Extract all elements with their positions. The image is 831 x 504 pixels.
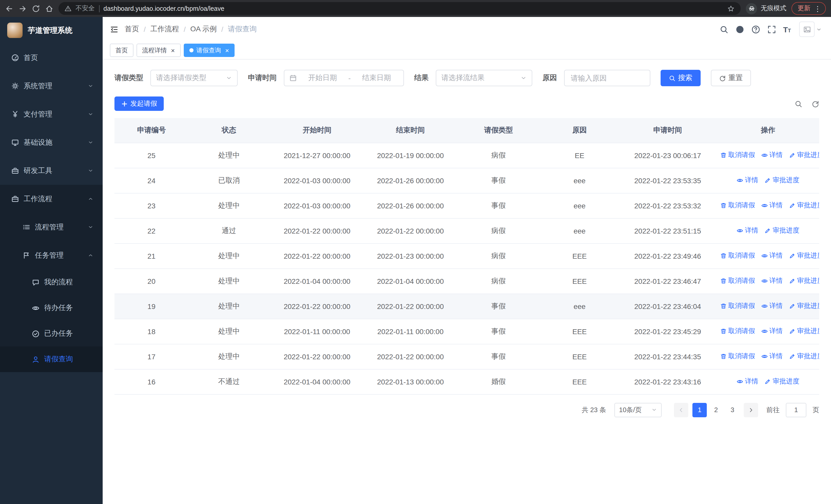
- approval-progress-link[interactable]: 审批进度: [765, 176, 799, 185]
- dashboard-icon: [11, 54, 19, 62]
- tab-home[interactable]: 首页: [110, 43, 134, 57]
- cancel-leave-link[interactable]: 取消请假: [720, 327, 755, 336]
- detail-link[interactable]: 详情: [737, 226, 758, 235]
- fullscreen-icon[interactable]: [767, 25, 776, 34]
- tab-process-detail[interactable]: 流程详情×: [137, 43, 180, 57]
- sidebar-item-label: 任务管理: [35, 251, 83, 260]
- search-icon[interactable]: [719, 25, 728, 34]
- leave-type-select[interactable]: 请选择请假类型: [150, 70, 238, 86]
- reload-icon[interactable]: [32, 4, 40, 12]
- sidebar-item-todo-tasks[interactable]: 待办任务: [0, 295, 103, 321]
- table-refresh-icon[interactable]: [811, 100, 819, 108]
- approval-progress-link[interactable]: 审批进度: [789, 151, 819, 160]
- column-header: 操作: [717, 118, 819, 143]
- sidebar-item-process-management[interactable]: 流程管理: [0, 213, 103, 241]
- page-size-select[interactable]: 10条/页: [614, 403, 662, 417]
- column-header: 原因: [541, 118, 618, 143]
- reset-button[interactable]: 重置: [711, 70, 751, 86]
- detail-link[interactable]: 详情: [761, 352, 783, 361]
- sidebar-item-done-tasks[interactable]: 已办任务: [0, 321, 103, 347]
- detail-link[interactable]: 详情: [761, 151, 783, 160]
- approval-progress-link[interactable]: 审批进度: [789, 352, 819, 361]
- github-icon[interactable]: [735, 25, 744, 34]
- sidebar-item-dev-tools[interactable]: 研发工具: [0, 156, 103, 185]
- cancel-leave-link[interactable]: 取消请假: [720, 301, 755, 311]
- approval-progress-link[interactable]: 审批进度: [789, 276, 819, 286]
- app-logo[interactable]: 芋道管理系统: [0, 17, 103, 43]
- chat-icon: [32, 278, 39, 286]
- detail-link[interactable]: 详情: [737, 377, 758, 386]
- tab-label: 流程详情: [142, 46, 167, 55]
- detail-link[interactable]: 详情: [761, 251, 783, 261]
- sidebar-item-home[interactable]: 首页: [0, 43, 103, 72]
- approval-progress-link[interactable]: 审批进度: [765, 377, 799, 386]
- sidebar-item-leave-query[interactable]: 请假查询: [0, 347, 103, 372]
- prev-page-button[interactable]: [674, 403, 688, 417]
- page-button-2[interactable]: 2: [709, 403, 723, 417]
- reason-input[interactable]: [564, 70, 650, 86]
- cell-operations: 详情审批进度: [717, 168, 819, 193]
- font-size-icon[interactable]: TT: [783, 25, 791, 33]
- approval-progress-link[interactable]: 审批进度: [789, 251, 819, 261]
- browser-home-icon[interactable]: [45, 4, 53, 12]
- result-label: 结果: [414, 73, 429, 83]
- breadcrumb-item[interactable]: OA 示例: [191, 25, 217, 34]
- cancel-leave-link[interactable]: 取消请假: [720, 201, 755, 210]
- eye-icon: [761, 303, 768, 309]
- page-button-3[interactable]: 3: [725, 403, 740, 417]
- update-button[interactable]: 更新 ⋮: [792, 2, 826, 15]
- table-row: 18处理中2022-01-11 00:00:002022-01-11 00:00…: [114, 319, 819, 344]
- url-text[interactable]: dashboard.yudao.iocoder.cn/bpm/oa/leave: [104, 5, 224, 12]
- result-select[interactable]: 请选择流结果: [436, 70, 532, 86]
- cell-start-time: 2022-01-22 00:00:00: [269, 243, 365, 268]
- back-icon[interactable]: [5, 4, 13, 12]
- user-menu-caret-icon[interactable]: [816, 26, 822, 32]
- help-icon[interactable]: [751, 25, 760, 34]
- search-button[interactable]: 搜索: [661, 70, 700, 86]
- user-icon: [32, 355, 39, 363]
- detail-link[interactable]: 详情: [737, 176, 758, 185]
- approval-progress-link[interactable]: 审批进度: [789, 301, 819, 311]
- cancel-leave-link[interactable]: 取消请假: [720, 251, 755, 261]
- cancel-leave-link[interactable]: 取消请假: [720, 276, 755, 286]
- security-label[interactable]: 不安全: [76, 4, 95, 13]
- close-icon[interactable]: ×: [225, 47, 229, 54]
- collapse-menu-icon[interactable]: [110, 25, 119, 34]
- create-leave-button[interactable]: 发起请假: [114, 96, 164, 111]
- table-search-icon[interactable]: [795, 100, 802, 108]
- tab-leave-query[interactable]: 请假查询×: [183, 43, 235, 57]
- goto-label: 前往: [766, 405, 780, 414]
- cell-reason: EEE: [541, 369, 618, 394]
- sidebar-item-task-management[interactable]: 任务管理: [0, 241, 103, 269]
- bookmark-star-icon[interactable]: [727, 5, 735, 12]
- close-icon[interactable]: ×: [171, 47, 175, 54]
- approval-progress-link[interactable]: 审批进度: [789, 327, 819, 336]
- cancel-leave-link[interactable]: 取消请假: [720, 151, 755, 160]
- next-page-button[interactable]: [744, 403, 758, 417]
- apply-time-range-picker[interactable]: 开始日期 - 结束日期: [284, 70, 404, 86]
- breadcrumb-item[interactable]: 工作流程: [150, 25, 179, 34]
- browser-menu-icon[interactable]: ⋮: [814, 5, 821, 12]
- forward-icon[interactable]: [19, 4, 27, 12]
- monitor-icon: [11, 139, 19, 146]
- sidebar-item-my-processes[interactable]: 我的流程: [0, 269, 103, 295]
- detail-link[interactable]: 详情: [761, 201, 783, 210]
- column-header: 结束时间: [365, 118, 456, 143]
- cancel-leave-link[interactable]: 取消请假: [720, 352, 755, 361]
- sidebar-item-infrastructure[interactable]: 基础设施: [0, 128, 103, 156]
- page-button-1[interactable]: 1: [692, 403, 707, 417]
- address-bar[interactable]: 不安全 dashboard.yudao.iocoder.cn/bpm/oa/le…: [58, 2, 741, 15]
- table-row: 25处理中2021-12-27 00:00:002022-01-19 00:00…: [114, 143, 819, 168]
- detail-link[interactable]: 详情: [761, 301, 783, 311]
- sidebar-item-system-management[interactable]: 系统管理: [0, 72, 103, 100]
- breadcrumb-item[interactable]: 首页: [125, 25, 139, 34]
- cell-start-time: 2022-01-04 00:00:00: [269, 369, 365, 394]
- sidebar-item-payment-management[interactable]: 支付管理: [0, 100, 103, 128]
- detail-link[interactable]: 详情: [761, 276, 783, 286]
- detail-link[interactable]: 详情: [761, 327, 783, 336]
- approval-progress-link[interactable]: 审批进度: [789, 201, 819, 210]
- sidebar-item-workflow[interactable]: 工作流程: [0, 185, 103, 213]
- user-avatar[interactable]: [799, 22, 814, 37]
- approval-progress-link[interactable]: 审批进度: [765, 226, 799, 235]
- goto-page-input[interactable]: [786, 403, 806, 417]
